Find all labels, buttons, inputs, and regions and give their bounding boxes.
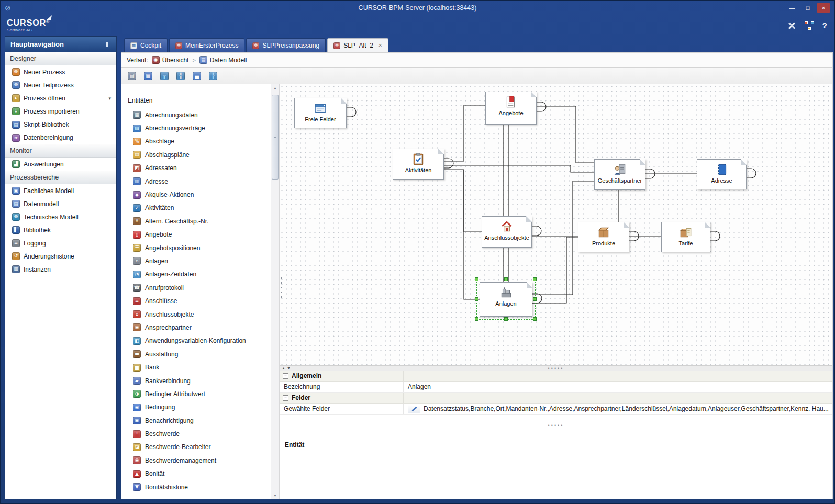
selection-handle[interactable] (504, 317, 508, 321)
entity-list-item[interactable]: ▣ Benachrichtigung (121, 414, 271, 427)
selection-handle[interactable] (533, 317, 537, 321)
close-button[interactable]: × (817, 3, 830, 13)
collapse-section-icon[interactable]: − (283, 395, 288, 401)
property-section: − Felder Ge (280, 393, 832, 415)
sidebar-item[interactable]: ▟ Auswertungen (5, 158, 116, 171)
entity-list-scrollbar[interactable]: ▲ ▼ (271, 84, 280, 499)
entity-list-item[interactable]: ✓ Aktivitäten (121, 201, 271, 215)
horizontal-splitter-2[interactable]: ••••• (280, 415, 832, 436)
sidebar-item[interactable]: ☸ Neuer Prozess (5, 65, 116, 79)
process-designer-icon[interactable] (805, 21, 814, 30)
selection-handle[interactable] (533, 297, 537, 301)
tools-icon[interactable] (787, 21, 796, 30)
selection-handle[interactable] (475, 297, 478, 301)
diagram-node-tarife[interactable]: Tarife (661, 222, 710, 252)
entity-list-item[interactable]: ▲ Bonität (121, 467, 271, 480)
scroll-down-icon[interactable]: ▼ (271, 491, 279, 499)
sidebar-item[interactable]: ▤ Datenmodell (5, 197, 116, 210)
entity-list-item[interactable]: ◑ Bedingter Attributwert (121, 387, 271, 400)
entity-list-item[interactable]: ◧ Anwendungsvariablen-Konfiguration (121, 334, 271, 348)
entity-list-item[interactable]: ! Beschwerde (121, 427, 271, 440)
maximize-button[interactable]: □ (801, 3, 815, 13)
toolbar-button[interactable]: ╦ (158, 70, 171, 82)
diagram-node-produkte[interactable]: Produkte (578, 222, 629, 252)
sidebar-item[interactable]: ▸ Prozess öffnen ▾ (5, 92, 116, 105)
splitter-up-icon[interactable]: ▲ (282, 366, 285, 370)
toolbar-button[interactable]: ▦ (142, 70, 154, 82)
tab[interactable]: ☸ SLPPreisanpassung (246, 38, 326, 52)
selection-handle[interactable] (475, 277, 478, 281)
breadcrumb-item-uebersicht[interactable]: ◉ Übersicht (152, 56, 189, 64)
tab[interactable]: ☸ SLP_Alt_2 × (327, 38, 388, 52)
entity-list-item[interactable]: ▆ Bank (121, 361, 271, 374)
diagram-node-angebote[interactable]: Angebote (485, 92, 537, 125)
entity-list-item[interactable]: # Altern. Geschäftsp.-Nr. (121, 215, 271, 228)
selection-handle[interactable] (533, 277, 537, 281)
sidebar-item[interactable]: ▣ Fachliches Modell (5, 184, 116, 197)
entity-list-item[interactable]: ▯ Angebote (121, 228, 271, 241)
entity-list-item[interactable]: ◉ Ansprechpartner (121, 321, 271, 334)
entity-list-item[interactable]: ⌂ Anlagen (121, 254, 271, 267)
sidebar-item[interactable]: ▤ Skript-Bibliothek (5, 118, 116, 131)
property-value[interactable]: Anlagen (404, 382, 832, 392)
entity-list-item[interactable]: ☰ Angebotspositionen (121, 241, 271, 254)
property-value[interactable]: Datensatzstatus,Branche,Ort,Mandanten-Nr… (404, 404, 832, 414)
edit-fields-button[interactable] (408, 405, 420, 413)
horizontal-splitter[interactable]: ▲▼ ••••• (280, 366, 832, 371)
diagram-node-anschlussobjekte[interactable]: Anschlussobjekte (482, 216, 532, 248)
sidebar-item[interactable]: ☸ Neuer Teilprozess (5, 79, 116, 92)
sidebar-item[interactable]: ≡ Logging (5, 237, 116, 250)
splitter-down-icon[interactable]: ▼ (287, 366, 291, 370)
tab[interactable]: ☸ MeinErsterProzess (169, 38, 244, 52)
entity-list-item[interactable]: % Abschläge (121, 135, 271, 148)
toolbar-button[interactable]: ╬ (174, 70, 187, 82)
toolbar-button[interactable]: ▤ (126, 70, 138, 82)
entity-list-item[interactable]: ◔ Anlagen-Zeitdaten (121, 268, 271, 281)
entity-list-item[interactable]: ◪ Beschwerde-Bearbeiter (121, 441, 271, 454)
diagram-node-adresse[interactable]: Adresse (697, 159, 747, 189)
entity-list-item[interactable]: ▬ Ausstattung (121, 348, 271, 361)
diagram-node-aktivitaeten[interactable]: Aktivitäten (393, 149, 444, 180)
close-tab-icon[interactable]: × (378, 42, 382, 49)
collapse-section-icon[interactable]: − (283, 373, 288, 379)
entity-list-item[interactable]: ◉ Beschwerdemanagement (121, 454, 271, 467)
breadcrumb-item-daten-modell[interactable]: ▤ Daten Modell (199, 56, 247, 64)
property-section-header[interactable]: − Felder (280, 393, 832, 404)
entity-list-item[interactable]: ◩ Adressaten (121, 162, 271, 175)
tab[interactable]: ▦ Cockpit (124, 38, 168, 52)
diagram-canvas[interactable]: Freie FelderAngeboteAktivitätenGeschäfts… (280, 84, 832, 366)
chevron-down-icon[interactable]: ▾ (108, 96, 111, 101)
entity-list-item[interactable]: ▰ Bankverbindung (121, 374, 271, 387)
sidebar-item[interactable]: ≈ Datenbereinigung (5, 131, 116, 144)
entity-list-item[interactable]: ▨ Abrechnungsverträge (121, 121, 271, 135)
entity-list-item[interactable]: ▼ Bonitätshistorie (121, 480, 271, 494)
sidebar-item[interactable]: ▌ Bibliothek (5, 223, 116, 237)
entity-list-item[interactable]: ≡ Anschlüsse (121, 294, 271, 307)
entity-list-item[interactable]: ◉ Bedingung (121, 401, 271, 414)
title-bar[interactable]: ⊘ CURSOR-BPM-Server (localhost:38443) — … (1, 1, 834, 15)
entity-list-item[interactable]: ▤ Abschlagspläne (121, 148, 271, 161)
property-section-header[interactable]: − Allgemein (280, 371, 832, 382)
entity-list-item[interactable]: ☎ Anrufprotokoll (121, 281, 271, 294)
scroll-up-icon[interactable]: ▲ (271, 84, 279, 92)
toolbar-button[interactable]: ╠ (207, 70, 219, 82)
panel-splitter-grip[interactable] (280, 276, 283, 299)
selection-handle[interactable] (475, 317, 478, 321)
selection-handle[interactable] (504, 277, 508, 281)
minimize-button[interactable]: — (785, 3, 799, 13)
entity-list-item[interactable]: ▦ Abrechnungsdaten (121, 108, 271, 121)
toolbar-button[interactable]: ▄ (191, 70, 203, 82)
diagram-node-geschaeftspartner[interactable]: Geschäftspartner (594, 159, 645, 190)
entity-list-item[interactable]: ▥ Adresse (121, 175, 271, 188)
sidebar-item[interactable]: ↺ Änderungshistorie (5, 250, 116, 263)
sidebar-item[interactable]: ▦ Instanzen (5, 263, 116, 276)
sidebar-item[interactable]: ↓ Prozess importieren (5, 105, 116, 118)
help-icon[interactable]: ? (822, 21, 827, 30)
diagram-node-freie_felder[interactable]: Freie Felder (294, 98, 347, 128)
entity-list-item[interactable]: ◆ Akquise-Aktionen (121, 188, 271, 201)
diagram-node-anlagen[interactable]: Anlagen (480, 282, 532, 317)
entity-list-item[interactable]: ⌂ Anschlussobjekte (121, 308, 271, 321)
scrollbar-thumb[interactable] (272, 95, 279, 180)
collapse-panel-icon[interactable] (106, 42, 112, 47)
sidebar-item[interactable]: ☸ Technisches Modell (5, 210, 116, 223)
